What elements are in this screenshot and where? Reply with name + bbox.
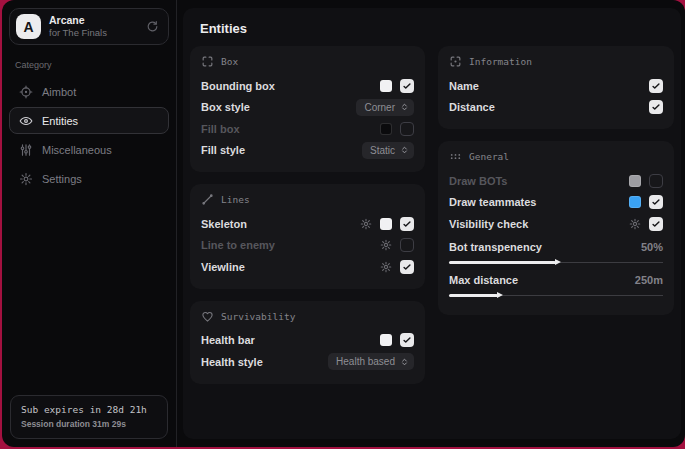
- health-style-dropdown[interactable]: Health based: [328, 353, 414, 370]
- session-duration-text: Session duration 31m 29s: [21, 419, 157, 429]
- main-panel: Entities Box: [183, 8, 681, 439]
- row-label: Skeleton: [201, 218, 247, 230]
- box-card: Box Bounding box B: [190, 46, 425, 172]
- gear-icon[interactable]: [629, 218, 641, 230]
- category-label: Category: [15, 60, 163, 70]
- lines-card: Lines Skeleton: [190, 184, 425, 289]
- sidebar-item-label: Entities: [42, 115, 78, 127]
- viewline-checkbox[interactable]: [400, 260, 414, 274]
- sidebar-item-label: Miscellaneous: [42, 144, 112, 156]
- line-to-enemy-checkbox[interactable]: [400, 238, 414, 252]
- row-label: Bot transpenency: [449, 241, 542, 253]
- draw-teammates-checkbox[interactable]: [649, 195, 663, 209]
- survivability-card: Survivability Health bar: [190, 301, 425, 384]
- app-logo: A: [16, 14, 41, 39]
- corner-box-icon: [201, 55, 214, 68]
- bounding-box-checkbox[interactable]: [400, 79, 414, 93]
- row-label: Draw BOTs: [449, 175, 507, 187]
- line-to-enemy-row: Line to enemy: [201, 235, 414, 257]
- visibility-check-checkbox[interactable]: [649, 217, 663, 231]
- bot-transpenency-slider[interactable]: [449, 259, 663, 266]
- row-label: Health bar: [201, 334, 255, 346]
- row-label: Box style: [201, 101, 250, 113]
- dropdown-value: Static: [370, 145, 395, 156]
- slider-value: 250m: [635, 274, 663, 286]
- box-style-row: Box style Corner: [201, 97, 414, 119]
- distance-checkbox[interactable]: [649, 100, 663, 114]
- draw-teammates-row: Draw teammates: [449, 192, 663, 214]
- app-subtitle: for The Finals: [49, 27, 107, 39]
- information-card: Information Name Distance: [438, 46, 674, 129]
- draw-bots-row: Draw BOTs: [449, 170, 663, 192]
- distance-row: Distance: [449, 97, 663, 119]
- sidebar: A Arcane for The Finals Category Aimbot: [2, 0, 177, 447]
- grid-dots-icon: [449, 150, 462, 163]
- slider-thumb[interactable]: [497, 292, 503, 298]
- row-label: Max distance: [449, 274, 518, 286]
- target-icon: [19, 85, 33, 99]
- fill-box-checkbox[interactable]: [400, 122, 414, 136]
- health-style-row: Health style Health based: [201, 351, 414, 373]
- row-label: Draw teammates: [449, 196, 536, 208]
- gear-icon[interactable]: [380, 261, 392, 273]
- color-swatch[interactable]: [380, 334, 392, 346]
- page-title: Entities: [190, 8, 674, 46]
- color-swatch[interactable]: [629, 175, 641, 187]
- max-distance-slider[interactable]: [449, 292, 663, 299]
- skeleton-row: Skeleton: [201, 213, 414, 235]
- row-label: Visibility check: [449, 218, 528, 230]
- row-label: Distance: [449, 101, 495, 113]
- card-title: Information: [469, 56, 532, 67]
- app-window: A Arcane for The Finals Category Aimbot: [2, 0, 685, 447]
- color-swatch[interactable]: [380, 80, 392, 92]
- card-title: Survivability: [221, 311, 295, 322]
- sidebar-item-aimbot[interactable]: Aimbot: [9, 78, 169, 105]
- max-distance-group: Max distance 250m: [449, 271, 663, 299]
- card-title: General: [469, 151, 509, 162]
- sidebar-item-entities[interactable]: Entities: [9, 107, 169, 134]
- fill-style-dropdown[interactable]: Static: [362, 142, 414, 159]
- scan-info-icon: [449, 55, 462, 68]
- line-icon: [201, 193, 214, 206]
- color-swatch[interactable]: [380, 218, 392, 230]
- row-label: Viewline: [201, 261, 245, 273]
- name-checkbox[interactable]: [649, 79, 663, 93]
- gear-icon: [19, 172, 33, 186]
- draw-bots-checkbox[interactable]: [649, 174, 663, 188]
- skeleton-checkbox[interactable]: [400, 217, 414, 231]
- sub-expires-text: Sub expires in 28d 21h: [21, 404, 157, 415]
- slider-thumb[interactable]: [555, 259, 561, 265]
- card-title: Box: [221, 56, 238, 67]
- sidebar-item-miscellaneous[interactable]: Miscellaneous: [9, 136, 169, 163]
- subscription-card: Sub expires in 28d 21h Session duration …: [10, 395, 168, 439]
- bot-transpenency-group: Bot transpenency 50%: [449, 238, 663, 266]
- gear-icon[interactable]: [380, 239, 392, 251]
- color-swatch[interactable]: [380, 123, 392, 135]
- card-title: Lines: [221, 194, 250, 205]
- box-style-dropdown[interactable]: Corner: [356, 99, 414, 116]
- health-bar-checkbox[interactable]: [400, 333, 414, 347]
- refresh-icon[interactable]: [146, 20, 159, 33]
- row-label: Fill style: [201, 144, 245, 156]
- app-name: Arcane: [49, 14, 107, 27]
- fill-box-row: Fill box: [201, 118, 414, 140]
- sliders-icon: [19, 143, 33, 157]
- fill-style-row: Fill style Static: [201, 140, 414, 162]
- general-card: General Draw BOTs Draw teammates: [438, 141, 674, 315]
- name-row: Name: [449, 75, 663, 97]
- gear-icon[interactable]: [360, 218, 372, 230]
- row-label: Line to enemy: [201, 239, 275, 251]
- health-bar-row: Health bar: [201, 330, 414, 352]
- dropdown-value: Health based: [336, 356, 395, 367]
- slider-value: 50%: [641, 241, 663, 253]
- chevron-up-down-icon: [400, 102, 409, 112]
- app-card: A Arcane for The Finals: [9, 8, 169, 45]
- row-label: Name: [449, 80, 479, 92]
- sidebar-item-settings[interactable]: Settings: [9, 165, 169, 192]
- color-swatch[interactable]: [629, 196, 641, 208]
- eye-icon: [19, 114, 33, 128]
- heart-icon: [201, 310, 214, 323]
- row-label: Fill box: [201, 123, 240, 135]
- visibility-check-row: Visibility check: [449, 213, 663, 235]
- chevron-up-down-icon: [400, 357, 409, 367]
